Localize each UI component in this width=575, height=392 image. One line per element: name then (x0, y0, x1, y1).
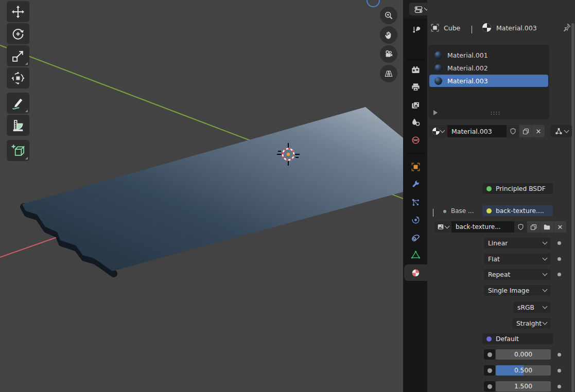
camera-icon (384, 49, 394, 59)
transform-icon (11, 71, 25, 85)
projection-dropdown[interactable]: Flat (484, 254, 551, 264)
metallic-socket-button[interactable] (484, 349, 495, 360)
tab-world[interactable] (404, 132, 427, 148)
chevron-down-icon (543, 271, 548, 276)
new-image-button[interactable] (527, 221, 540, 233)
interpolation-dropdown[interactable]: Linear (484, 238, 551, 248)
tab-physics[interactable] (404, 211, 427, 228)
tab-material[interactable] (404, 264, 427, 281)
perspective-grid-button[interactable] (380, 65, 397, 82)
tab-constraints[interactable] (404, 229, 427, 245)
socket-link-dot (443, 210, 446, 213)
breadcrumb-object[interactable]: Cube (444, 24, 460, 32)
roughness-slider[interactable]: 0.500 (496, 365, 551, 376)
unlink-image-button[interactable]: ✕ (554, 221, 566, 233)
image-fake-user-toggle[interactable] (514, 221, 527, 233)
annotate-tool-button[interactable] (7, 93, 29, 114)
shield-icon (509, 128, 517, 135)
material-slot-row-selected[interactable]: Material.003 (429, 75, 548, 87)
browse-material-button[interactable] (429, 125, 447, 137)
tab-particles[interactable] (404, 194, 427, 210)
transform-tool-button[interactable] (7, 67, 29, 88)
material-properties-panel: Cube Material.003 Material.001 Material.… (427, 0, 575, 392)
base-color-expand-arrow[interactable] (433, 209, 433, 216)
move-tool-button[interactable] (7, 1, 29, 22)
decorator-dot[interactable] (557, 257, 561, 261)
grid-icon (384, 68, 394, 79)
interpolation-value: Linear (488, 240, 508, 247)
base-color-texture-value: back-texture.... (496, 207, 544, 215)
breadcrumb-material[interactable]: Material.003 (496, 24, 537, 32)
metallic-slider[interactable]: 0.000 (496, 349, 551, 360)
alpha-dropdown[interactable]: Straight (512, 318, 551, 329)
chevron-down-icon (543, 287, 548, 292)
pan-view-button[interactable] (380, 26, 397, 44)
list-resize-grip[interactable] (490, 111, 500, 115)
material-slot-row[interactable]: Material.001 (429, 49, 548, 61)
tab-data[interactable] (404, 246, 427, 263)
tab-render[interactable] (404, 62, 427, 78)
extension-dropdown[interactable]: Repeat (484, 269, 551, 280)
material-slot-row[interactable]: Material.002 (429, 62, 548, 74)
surface-shader-button[interactable]: Principled BSDF (482, 183, 553, 194)
add-cube-tool-button[interactable] (7, 140, 29, 161)
shader-socket-dot (486, 186, 492, 191)
decorator-dot[interactable] (557, 385, 561, 388)
camera-view-button[interactable] (380, 45, 397, 63)
tab-view-layer[interactable] (404, 97, 427, 113)
tab-object[interactable] (404, 158, 427, 175)
image-datablock-row: back-texture... ✕ (434, 221, 566, 233)
chevron-down-icon (440, 128, 445, 133)
base-color-label: Base ... (451, 207, 474, 215)
scale-tool-button[interactable] (7, 45, 29, 66)
material-tab-icon (411, 268, 421, 278)
decorator-dot[interactable] (557, 273, 561, 276)
chevron-down-icon (543, 304, 548, 309)
vector-button[interactable]: Default (482, 333, 553, 344)
tab-scene[interactable] (404, 114, 427, 130)
decorator-dot[interactable] (557, 353, 561, 357)
rotate-tool-button[interactable] (7, 23, 29, 44)
socket-dot-icon (487, 352, 492, 357)
material-icon (482, 23, 491, 32)
fake-user-toggle[interactable] (507, 125, 519, 137)
unlink-material-button[interactable]: ✕ (532, 125, 545, 137)
ior-socket-button[interactable] (484, 381, 495, 391)
measure-tool-button[interactable] (7, 115, 29, 136)
tab-group-separator (406, 60, 425, 60)
chevron-down-icon (445, 223, 450, 228)
color-space-value: sRGB (517, 304, 534, 311)
pin-icon[interactable] (562, 23, 571, 33)
copy-icon (530, 223, 537, 231)
ior-slider[interactable]: 1.500 (496, 381, 551, 391)
source-dropdown[interactable]: Single Image (484, 285, 551, 296)
base-color-texture-button[interactable]: back-texture.... (482, 205, 553, 216)
properties-editor-icon (414, 5, 423, 14)
physics-tab-icon (411, 215, 421, 225)
node-tree-button[interactable] (551, 125, 572, 137)
node-tree-icon (554, 127, 563, 136)
browse-image-button[interactable] (434, 221, 451, 233)
image-name-field[interactable]: back-texture... (451, 221, 514, 233)
panel-scrollbar[interactable] (571, 23, 574, 392)
list-expand-arrow[interactable] (433, 110, 438, 115)
zoom-view-button[interactable] (380, 7, 397, 24)
data-tab-icon (411, 250, 421, 260)
tab-output[interactable] (404, 79, 427, 95)
open-image-button[interactable] (541, 221, 553, 233)
roughness-value: 0.500 (496, 365, 551, 376)
3d-viewport[interactable] (0, 0, 403, 392)
scene-tab-icon (411, 117, 421, 127)
color-space-dropdown[interactable]: sRGB (513, 302, 551, 313)
decorator-dot[interactable] (557, 241, 561, 245)
tab-modifiers[interactable] (404, 176, 427, 192)
particles-tab-icon (411, 198, 421, 207)
vector-value: Default (496, 335, 519, 343)
roughness-socket-button[interactable] (484, 365, 495, 376)
tab-tool[interactable] (404, 22, 427, 38)
new-material-button[interactable] (519, 125, 532, 137)
decorator-dot[interactable] (557, 369, 561, 372)
slab-object[interactable] (22, 107, 403, 271)
material-name-field[interactable]: Material.003 (447, 125, 507, 137)
modifiers-tab-icon (411, 180, 421, 189)
